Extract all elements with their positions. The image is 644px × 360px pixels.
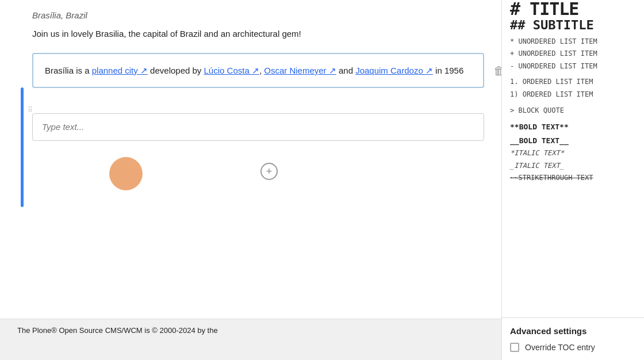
type-text-block[interactable] [32,113,484,141]
link-joaquim-cardozo[interactable]: Joaquim Cardozo ↗ [355,66,433,75]
override-toc-row: Override TOC entry [510,343,636,352]
intro-paragraph: Join us in lovely Brasilia, the capital … [32,27,484,41]
override-toc-label: Override TOC entry [525,343,595,352]
markdown-bold-1: **BOLD TEXT** [510,120,638,133]
markdown-hints: # TITLE ## SUBTITLE * UNORDERED LIST ITE… [502,0,644,317]
plus-icon: + [266,166,273,178]
markdown-blockquote: > BLOCK QUOTE [510,105,638,117]
override-toc-checkbox[interactable] [510,343,519,352]
link-oscar-niemeyer[interactable]: Oscar Niemeyer ↗ [264,66,336,75]
markdown-ol-2: 1) ORDERED LIST ITEM [510,89,638,101]
accent-bar [21,87,24,207]
markdown-strike: ~~STRIKETHROUGH TEXT [510,172,638,185]
markdown-subtitle-hint: ## SUBTITLE [510,18,638,32]
link-lucio-costa[interactable]: Lúcio Costa ↗ [204,66,259,75]
markdown-ul-1: * UNORDERED LIST ITEM [510,36,638,48]
advanced-settings-section: Advanced settings Override TOC entry [502,317,644,360]
link-planned-city[interactable]: planned city ↗ [92,66,148,75]
footer-strip: The Plone® Open Source CMS/WCM is © 2000… [0,319,501,360]
markdown-italic-1: *ITALIC TEXT* [510,147,638,160]
add-block-button[interactable]: + [260,163,278,180]
callout-text: Brasília is a planned city ↗ developed b… [45,63,471,78]
footer-text: The Plone® Open Source CMS/WCM is © 2000… [17,326,218,335]
advanced-settings-title: Advanced settings [510,326,636,336]
markdown-title-hint: # TITLE [510,0,638,18]
markdown-bold-2: __BOLD TEXT__ [510,134,638,147]
delete-icon[interactable]: 🗑 [493,64,501,77]
markdown-italic-2: _ITALIC TEXT_ [510,160,638,173]
markdown-ul-2: + UNORDERED LIST ITEM [510,48,638,60]
type-text-input[interactable] [42,122,474,132]
right-panel: # TITLE ## SUBTITLE * UNORDERED LIST ITE… [501,0,644,360]
editor-main: Brasília, Brazil Join us in lovely Brasi… [0,0,501,360]
markdown-ul-3: - UNORDERED LIST ITEM [510,60,638,73]
location-text: Brasília, Brazil [32,10,484,20]
drag-handle[interactable]: ⠿ [28,106,33,113]
hover-indicator [109,157,143,190]
callout-block: 🗑 Brasília is a planned city ↗ developed… [32,53,484,89]
markdown-ol-1: 1. ORDERED LIST ITEM [510,76,638,89]
